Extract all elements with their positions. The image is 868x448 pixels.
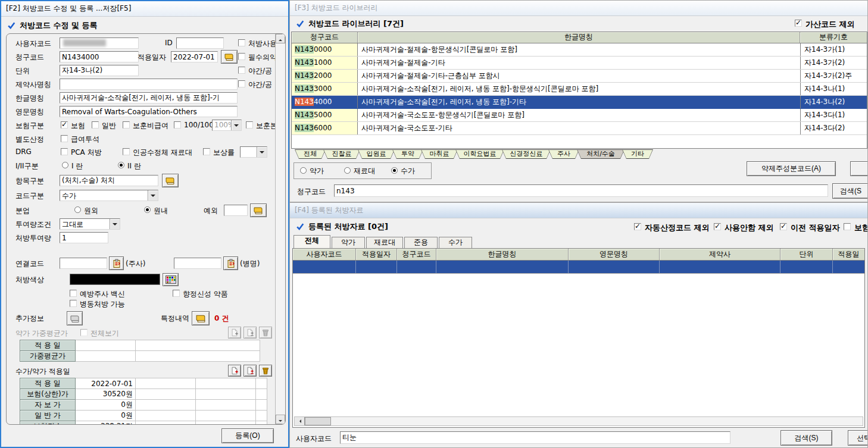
- column-header-maker[interactable]: 제약사: [660, 249, 780, 260]
- link-disease-lookup-button[interactable]: [223, 256, 238, 270]
- scroll-down-button[interactable]: [276, 415, 285, 424]
- column-header-apply-day[interactable]: 적용일: [833, 249, 864, 260]
- column-header-class-code[interactable]: 분류기호: [800, 32, 867, 43]
- avg-delete-button[interactable]: [259, 327, 272, 339]
- fee-delete-button[interactable]: [259, 365, 272, 377]
- veteran-self-checkbox[interactable]: [246, 121, 253, 129]
- library-search-input[interactable]: [334, 184, 828, 197]
- table-row[interactable]: N1432000 사마귀제거술-절제술-기타-근층심부 포함시 자14-3가(2…: [292, 70, 867, 83]
- exclude-autocalc-checkbox[interactable]: [634, 223, 641, 230]
- scroll-left-button[interactable]: [295, 417, 305, 425]
- registered-horizontal-scrollbar[interactable]: [294, 416, 863, 426]
- tab-etc[interactable]: 기타: [622, 149, 653, 159]
- tab-reg-material[interactable]: 재료대: [366, 237, 403, 248]
- night-holiday-checkbox-1[interactable]: [238, 67, 245, 74]
- percent-dropdown[interactable]: 100%: [212, 120, 242, 131]
- full-self-pay-checkbox[interactable]: [174, 121, 181, 129]
- chevron-down-icon[interactable]: [257, 147, 267, 157]
- library-search-button[interactable]: 검색(S: [832, 183, 868, 199]
- chevron-down-icon[interactable]: [110, 219, 120, 229]
- tab-injection[interactable]: 주사: [548, 149, 579, 159]
- tab-consult[interactable]: 진찰료: [323, 149, 360, 159]
- material-price-radio[interactable]: [344, 167, 351, 174]
- avg-add-button[interactable]: [228, 327, 241, 339]
- column-header-user-code[interactable]: 사용자코드: [293, 249, 356, 260]
- essential-drug-checkbox[interactable]: [238, 53, 245, 60]
- show-all-checkbox[interactable]: [80, 329, 88, 336]
- compensation-rate-checkbox[interactable]: [203, 148, 210, 155]
- link-injection-lookup-button[interactable]: [109, 256, 124, 270]
- tab-neuro[interactable]: 신경정신료: [502, 149, 551, 159]
- drug-price-radio[interactable]: [300, 167, 307, 174]
- item-class-lookup-button[interactable]: [162, 174, 179, 187]
- insurance-checkbox[interactable]: [61, 121, 68, 129]
- claim-code-field[interactable]: [60, 51, 139, 62]
- avg-insert-button[interactable]: [243, 327, 257, 339]
- previous-date-checkbox[interactable]: [780, 223, 787, 230]
- chevron-down-icon[interactable]: [148, 190, 158, 200]
- doctor-button[interactable]: 의사: [850, 161, 868, 176]
- exclude-unused-checkbox[interactable]: [714, 223, 721, 230]
- chevron-down-icon[interactable]: [231, 120, 241, 130]
- tab-admission[interactable]: 입원료: [358, 149, 395, 159]
- rx-use-checkbox[interactable]: [238, 39, 245, 46]
- general-checkbox[interactable]: [92, 121, 99, 129]
- table-row[interactable]: N1433000 사마귀제거술-소작술[전기, 레이저, 냉동 포함]-항문생식…: [292, 83, 867, 96]
- rx-color-picker-button[interactable]: [163, 273, 179, 286]
- drug-ingredient-button[interactable]: 약제주성분코드(A): [747, 161, 836, 176]
- window-title-f2[interactable]: [F2] 처방코드 수정 및 등록 ...저장[F5]: [1, 1, 288, 17]
- internal-radio[interactable]: [144, 206, 151, 213]
- table-row[interactable]: N1435000 사마귀제거술-국소도포-항문생식기[콘딜로마 포함] 자14-…: [292, 109, 867, 122]
- item-class-field[interactable]: [60, 175, 158, 186]
- link-injection-field[interactable]: [60, 258, 107, 269]
- night-holiday-checkbox-2[interactable]: [238, 80, 245, 87]
- tab-all[interactable]: 전체: [295, 149, 326, 159]
- exception-field[interactable]: [224, 205, 248, 216]
- fee-add-button[interactable]: [228, 365, 241, 377]
- user-code-field[interactable]: [60, 37, 139, 49]
- external-radio[interactable]: [74, 206, 81, 213]
- register-button[interactable]: 등록(O): [221, 428, 274, 443]
- compensation-rate-dropdown[interactable]: [240, 146, 267, 158]
- fee-price-radio[interactable]: [391, 167, 398, 174]
- registered-select-button[interactable]: 선택(C: [848, 430, 868, 446]
- tab-medication[interactable]: 투약: [392, 149, 423, 159]
- selected-empty-row[interactable]: [293, 261, 864, 274]
- rx-color-swatch[interactable]: [70, 274, 160, 285]
- section-1-radio[interactable]: [62, 162, 68, 168]
- pca-checkbox[interactable]: [61, 148, 68, 155]
- narcotic-checkbox[interactable]: [173, 290, 180, 297]
- korean-name-field[interactable]: [60, 92, 238, 104]
- apply-date-field[interactable]: [171, 51, 218, 62]
- code-class-dropdown[interactable]: 수가: [60, 190, 158, 201]
- tab-reg-drug[interactable]: 약가: [332, 237, 365, 248]
- has-insurance-checkbox[interactable]: [844, 223, 851, 230]
- unit-field[interactable]: [60, 65, 139, 76]
- scroll-up-button[interactable]: [276, 34, 285, 43]
- tab-reg-all[interactable]: 전체: [294, 235, 330, 248]
- english-name-field[interactable]: [60, 106, 238, 117]
- table-row[interactable]: N1431000 사마귀제거술-절제술-기타 자14-3가(2): [292, 57, 867, 70]
- scrollbar-thumb[interactable]: [305, 417, 331, 425]
- tab-procedure-surgery[interactable]: 처치/수술: [577, 149, 625, 159]
- column-header-korean-name[interactable]: 한글명칭: [436, 249, 569, 260]
- link-disease-field[interactable]: [174, 258, 221, 269]
- column-header-unit[interactable]: 단위: [780, 249, 833, 260]
- veteran-nonpay-checkbox[interactable]: [123, 121, 130, 129]
- section-2-radio[interactable]: [118, 162, 124, 168]
- extra-info-button[interactable]: [67, 311, 83, 325]
- vaccine-checkbox[interactable]: [70, 290, 77, 297]
- column-header-english-name[interactable]: 영문명칭: [569, 249, 660, 260]
- maker-field[interactable]: [60, 79, 238, 90]
- column-header-korean-name[interactable]: 한글명칭: [358, 32, 800, 43]
- lens-material-checkbox[interactable]: [123, 148, 130, 155]
- tab-reg-fee[interactable]: 수가: [439, 237, 472, 248]
- exclude-addon-checkbox[interactable]: [795, 20, 802, 27]
- table-row[interactable]: N1430000 사마귀제거술-절제술-항문생식기[콘딜로마 포함] 자14-3…: [292, 43, 867, 57]
- form-vertical-scrollbar[interactable]: [275, 34, 285, 424]
- exception-lookup-button[interactable]: [250, 203, 267, 217]
- dialysis-checkbox[interactable]: [61, 135, 68, 142]
- window-title-f4[interactable]: [F4] 등록된 처방자료: [290, 203, 867, 218]
- id-field[interactable]: [176, 37, 224, 49]
- column-header-apply-date[interactable]: 적용일자: [356, 249, 397, 260]
